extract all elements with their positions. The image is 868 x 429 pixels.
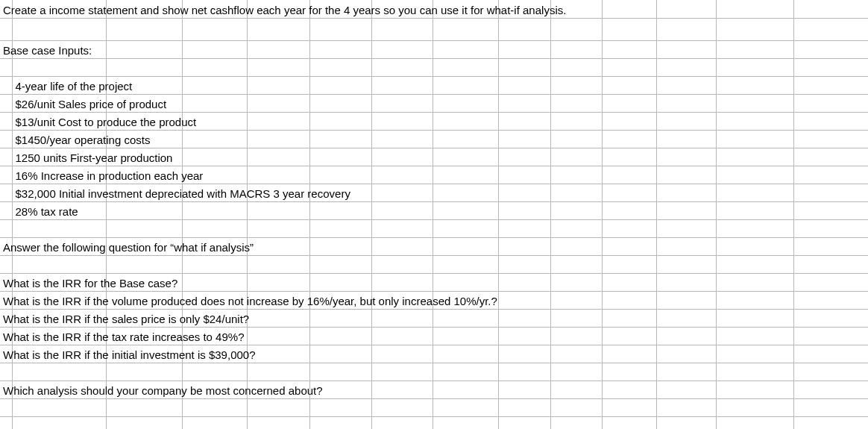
grid-cell[interactable] bbox=[550, 255, 602, 273]
grid-cell[interactable] bbox=[656, 255, 716, 273]
grid-cell[interactable] bbox=[793, 309, 868, 327]
grid-cell[interactable] bbox=[716, 291, 793, 309]
grid-cell[interactable] bbox=[656, 58, 716, 76]
grid-cell[interactable] bbox=[602, 0, 656, 18]
grid-cell[interactable] bbox=[0, 398, 12, 416]
grid-cell[interactable] bbox=[433, 237, 498, 255]
grid-cell[interactable] bbox=[182, 363, 247, 381]
grid-cell[interactable] bbox=[602, 40, 656, 58]
grid-cell[interactable] bbox=[106, 18, 182, 40]
grid-cell[interactable] bbox=[0, 363, 12, 381]
grid-cell[interactable] bbox=[498, 381, 550, 398]
grid-cell[interactable] bbox=[793, 237, 868, 255]
grid-cell[interactable] bbox=[182, 58, 247, 76]
grid-cell[interactable]: Base case Inputs: bbox=[0, 40, 12, 58]
grid-cell[interactable] bbox=[371, 201, 433, 219]
grid-cell[interactable] bbox=[433, 18, 498, 40]
grid-cell[interactable] bbox=[716, 219, 793, 237]
grid-cell[interactable] bbox=[793, 184, 868, 201]
grid-cell[interactable] bbox=[498, 130, 550, 148]
grid-cell[interactable] bbox=[793, 130, 868, 148]
grid-cell[interactable] bbox=[716, 237, 793, 255]
grid-cell[interactable] bbox=[0, 416, 12, 429]
grid-cell[interactable] bbox=[498, 112, 550, 130]
grid-cell[interactable] bbox=[716, 381, 793, 398]
grid-cell[interactable] bbox=[0, 76, 12, 94]
grid-cell[interactable] bbox=[793, 345, 868, 363]
grid-cell[interactable]: What is the IRR if the tax rate increase… bbox=[0, 327, 12, 345]
grid-cell[interactable] bbox=[309, 112, 371, 130]
grid-cell[interactable] bbox=[656, 0, 716, 18]
grid-cell[interactable] bbox=[182, 219, 247, 237]
grid-cell[interactable] bbox=[550, 76, 602, 94]
grid-cell[interactable] bbox=[602, 237, 656, 255]
grid-cell[interactable] bbox=[12, 416, 106, 429]
grid-cell[interactable] bbox=[309, 166, 371, 184]
grid-cell[interactable] bbox=[656, 148, 716, 166]
grid-cell[interactable] bbox=[656, 130, 716, 148]
grid-cell[interactable] bbox=[371, 273, 433, 291]
grid-cell[interactable] bbox=[793, 363, 868, 381]
grid-cell[interactable] bbox=[12, 18, 106, 40]
grid-cell[interactable] bbox=[309, 130, 371, 148]
grid-cell[interactable] bbox=[716, 0, 793, 18]
grid-cell[interactable] bbox=[602, 309, 656, 327]
grid-cell[interactable] bbox=[498, 416, 550, 429]
grid-cell[interactable] bbox=[716, 112, 793, 130]
grid-cell[interactable] bbox=[498, 58, 550, 76]
grid-cell[interactable] bbox=[309, 76, 371, 94]
grid-cell[interactable] bbox=[550, 112, 602, 130]
grid-cell[interactable] bbox=[716, 40, 793, 58]
grid-cell[interactable] bbox=[793, 398, 868, 416]
grid-cell[interactable] bbox=[656, 184, 716, 201]
grid-cell[interactable] bbox=[371, 130, 433, 148]
grid-cell[interactable] bbox=[433, 363, 498, 381]
grid-cell[interactable]: $26/unit Sales price of product bbox=[12, 94, 106, 112]
grid-cell[interactable] bbox=[371, 363, 433, 381]
grid-cell[interactable] bbox=[550, 273, 602, 291]
grid-cell[interactable] bbox=[793, 148, 868, 166]
grid-cell[interactable] bbox=[550, 40, 602, 58]
grid-cell[interactable] bbox=[371, 112, 433, 130]
grid-cell[interactable] bbox=[498, 309, 550, 327]
grid-cell[interactable] bbox=[498, 237, 550, 255]
grid-cell[interactable] bbox=[550, 201, 602, 219]
grid-cell[interactable] bbox=[793, 112, 868, 130]
grid-cell[interactable] bbox=[498, 76, 550, 94]
grid-cell[interactable] bbox=[656, 273, 716, 291]
grid-cell[interactable] bbox=[247, 166, 309, 184]
grid-cell[interactable] bbox=[793, 219, 868, 237]
grid-cell[interactable] bbox=[106, 398, 182, 416]
grid-cell[interactable] bbox=[247, 398, 309, 416]
grid-cell[interactable] bbox=[550, 58, 602, 76]
grid-cell[interactable] bbox=[550, 148, 602, 166]
grid-cell[interactable] bbox=[656, 18, 716, 40]
grid-cell[interactable] bbox=[433, 58, 498, 76]
grid-cell[interactable] bbox=[656, 219, 716, 237]
grid-cell[interactable] bbox=[602, 363, 656, 381]
grid-cell[interactable] bbox=[550, 416, 602, 429]
grid-cell[interactable] bbox=[550, 398, 602, 416]
grid-cell[interactable] bbox=[309, 345, 371, 363]
grid-cell[interactable] bbox=[371, 398, 433, 416]
grid-cell[interactable] bbox=[309, 58, 371, 76]
grid-cell[interactable] bbox=[793, 166, 868, 184]
grid-cell[interactable] bbox=[309, 201, 371, 219]
grid-cell[interactable] bbox=[433, 76, 498, 94]
grid-cell[interactable] bbox=[0, 255, 12, 273]
grid-cell[interactable] bbox=[602, 291, 656, 309]
grid-cell[interactable] bbox=[371, 148, 433, 166]
grid-cell[interactable] bbox=[106, 40, 182, 58]
grid-cell[interactable] bbox=[550, 130, 602, 148]
grid-cell[interactable] bbox=[0, 112, 12, 130]
grid-cell[interactable] bbox=[433, 201, 498, 219]
grid-cell[interactable] bbox=[716, 76, 793, 94]
grid-cell[interactable] bbox=[12, 255, 106, 273]
grid-cell[interactable] bbox=[716, 255, 793, 273]
grid-cell[interactable] bbox=[602, 416, 656, 429]
grid-cell[interactable] bbox=[793, 416, 868, 429]
grid-cell[interactable] bbox=[716, 416, 793, 429]
grid-cell[interactable] bbox=[656, 40, 716, 58]
grid-cell[interactable] bbox=[656, 166, 716, 184]
grid-cell[interactable] bbox=[309, 40, 371, 58]
